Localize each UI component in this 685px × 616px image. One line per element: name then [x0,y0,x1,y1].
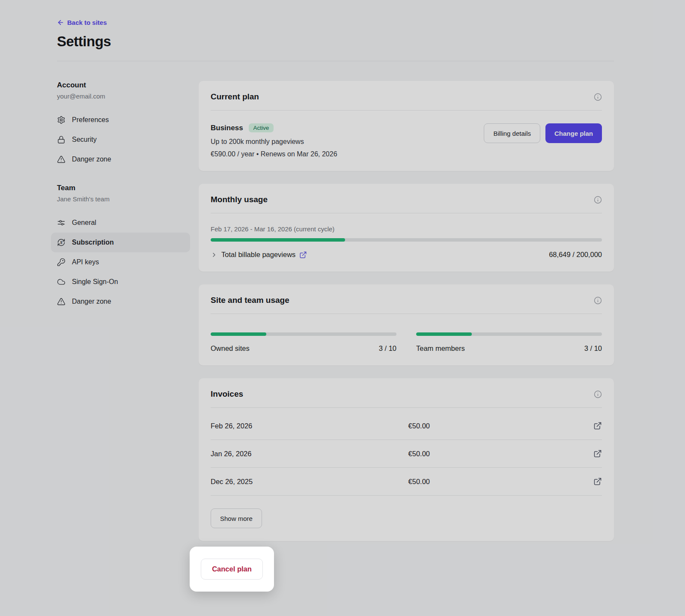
cancel-plan-button[interactable]: Cancel plan [201,559,263,580]
dim-overlay [0,0,685,616]
cancel-plan-spotlight: Cancel plan [190,547,274,592]
